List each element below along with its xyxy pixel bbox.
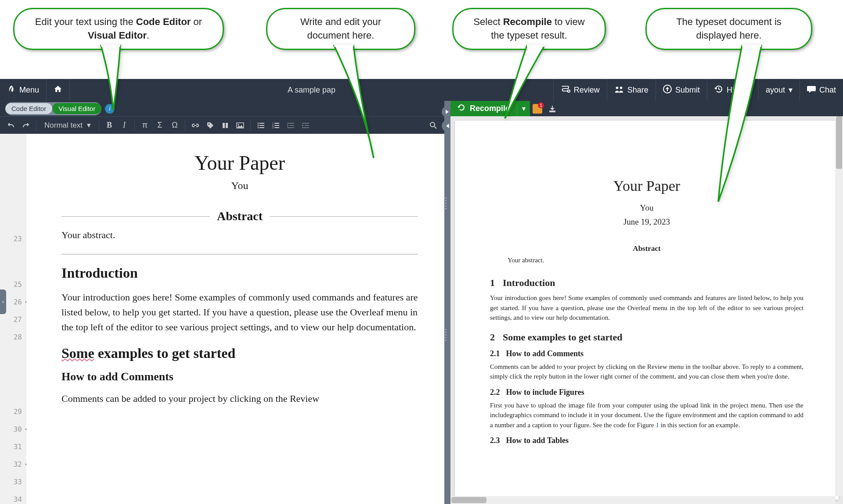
image-button[interactable] xyxy=(234,119,247,132)
review-icon xyxy=(561,85,570,96)
bullet-list-button[interactable] xyxy=(254,119,267,132)
callout-code-visual-editor: Edit your text using the Code Editor or … xyxy=(13,8,224,50)
share-label: Share xyxy=(627,86,648,95)
submit-label: Submit xyxy=(675,86,700,95)
line-gutter: 23 25 26 27 28 29 30 31 32 33 34 xyxy=(0,134,26,504)
pdf-vertical-scrollbar[interactable] xyxy=(835,116,843,496)
svg-rect-21 xyxy=(287,127,294,128)
pdf-paragraph: Your introduction goes here! Some exampl… xyxy=(490,293,803,323)
line-number: 30 xyxy=(0,421,26,438)
share-icon xyxy=(614,85,624,95)
line-number: 31 xyxy=(0,438,26,456)
divider-line xyxy=(270,216,418,217)
pdf-pane: Recompile ▾ Your Paper You June 19, 2023… xyxy=(450,101,843,504)
doc-author[interactable]: You xyxy=(61,180,418,192)
tag-button[interactable] xyxy=(204,119,217,132)
paragraph[interactable]: Your introduction goes here! Some exampl… xyxy=(61,290,418,335)
text-style-dropdown[interactable]: Normal text ▾ xyxy=(40,121,95,130)
line-number: 32 xyxy=(0,456,26,473)
undo-button[interactable] xyxy=(4,119,18,132)
menu-label: Menu xyxy=(19,86,39,95)
home-button[interactable] xyxy=(47,79,70,101)
svg-rect-12 xyxy=(259,127,264,128)
pdf-section: 1Introduction xyxy=(490,277,803,289)
svg-point-1 xyxy=(616,86,618,89)
svg-point-0 xyxy=(567,89,570,92)
line-number: 34 xyxy=(0,491,26,504)
pdf-subsection: 2.3How to add Tables xyxy=(490,436,803,445)
menu-button[interactable]: Menu xyxy=(0,79,47,101)
editor-body: 23 25 26 27 28 29 30 31 32 33 34 Your Pa… xyxy=(0,134,444,504)
divider-line xyxy=(61,216,210,217)
pdf-horizontal-scrollbar[interactable] xyxy=(450,496,835,504)
sigma-button[interactable]: Σ xyxy=(153,119,166,132)
line-number: 28 xyxy=(0,329,26,403)
redo-button[interactable] xyxy=(19,119,32,132)
svg-text:3: 3 xyxy=(272,126,274,129)
layout-label: ayout xyxy=(766,86,785,95)
svg-point-2 xyxy=(620,86,623,89)
review-button[interactable]: Review xyxy=(553,79,607,101)
svg-point-6 xyxy=(238,124,239,125)
chat-label: Chat xyxy=(819,86,836,95)
pdf-page[interactable]: Your Paper You June 19, 2023 Abstract Yo… xyxy=(455,121,839,500)
pdf-abstract-text: Your abstract. xyxy=(508,257,786,264)
svg-rect-16 xyxy=(274,125,279,126)
callout-recompile: Select Recompile to view the typeset res… xyxy=(452,8,606,50)
svg-rect-8 xyxy=(259,123,264,124)
visual-editor-content[interactable]: Your Paper You Abstract Your abstract. I… xyxy=(26,134,444,504)
line-number-blank xyxy=(0,248,26,276)
drag-grip[interactable] xyxy=(445,197,450,209)
share-button[interactable]: Share xyxy=(607,79,656,101)
italic-button[interactable]: I xyxy=(118,119,131,132)
review-label: Review xyxy=(574,86,600,95)
abstract-text[interactable]: Your abstract. xyxy=(61,229,418,241)
svg-rect-10 xyxy=(259,125,264,126)
refresh-icon xyxy=(458,104,465,114)
submit-icon xyxy=(663,85,672,96)
omega-button[interactable]: Ω xyxy=(168,119,181,132)
paragraph[interactable]: Comments can be added to your project by… xyxy=(61,391,418,406)
section-heading[interactable]: Some examples to get started xyxy=(61,345,418,361)
code-editor-toggle[interactable]: Code Editor xyxy=(5,103,52,114)
pdf-subsection: 2.1How to add Comments xyxy=(490,349,803,358)
book-button[interactable] xyxy=(219,119,232,132)
pdf-author: You xyxy=(490,203,803,213)
callout-tail xyxy=(716,45,768,203)
svg-point-7 xyxy=(257,122,259,124)
callout-typeset-display: The typeset document is displayed here. xyxy=(645,8,812,50)
chevron-down-icon: ▾ xyxy=(789,85,793,95)
chevron-down-icon: ▾ xyxy=(87,121,91,130)
svg-rect-23 xyxy=(305,125,309,126)
editor-pane: Code Editor Visual Editor i Normal text … xyxy=(0,101,444,504)
pdf-subsection: 2.2How to include Figures xyxy=(490,388,803,397)
link-button[interactable] xyxy=(189,119,202,132)
indent-button[interactable] xyxy=(299,119,312,132)
pi-button[interactable]: π xyxy=(138,119,151,132)
bold-button[interactable]: B xyxy=(103,119,116,132)
section-heading[interactable]: Introduction xyxy=(61,265,418,281)
line-number: 29 xyxy=(0,403,26,421)
download-pdf-button[interactable] xyxy=(545,101,560,116)
svg-rect-14 xyxy=(274,123,279,124)
drag-grip[interactable] xyxy=(445,329,450,341)
callout-write-here: Write and edit your document here. xyxy=(266,8,415,50)
abstract-label: Abstract xyxy=(210,209,270,223)
pdf-paragraph: Comments can be added to your project by… xyxy=(490,362,803,382)
submit-button[interactable]: Submit xyxy=(656,79,707,101)
svg-rect-19 xyxy=(287,123,294,124)
chat-button[interactable]: Chat xyxy=(800,79,843,101)
search-button[interactable] xyxy=(427,119,440,132)
callout-tail xyxy=(92,45,127,111)
expand-file-tree-handle[interactable]: › xyxy=(0,290,6,314)
pdf-date: June 19, 2023 xyxy=(490,217,803,227)
numbered-list-button[interactable]: 123 xyxy=(269,119,282,132)
outdent-button[interactable] xyxy=(284,119,297,132)
project-title[interactable]: A sample pap xyxy=(70,86,553,95)
subsection-heading[interactable]: How to add Comments xyxy=(61,370,418,383)
svg-point-11 xyxy=(257,127,259,128)
chat-icon xyxy=(807,85,816,95)
callout-tail xyxy=(325,45,378,159)
pane-divider[interactable] xyxy=(444,101,450,504)
callout-tail xyxy=(501,45,544,119)
